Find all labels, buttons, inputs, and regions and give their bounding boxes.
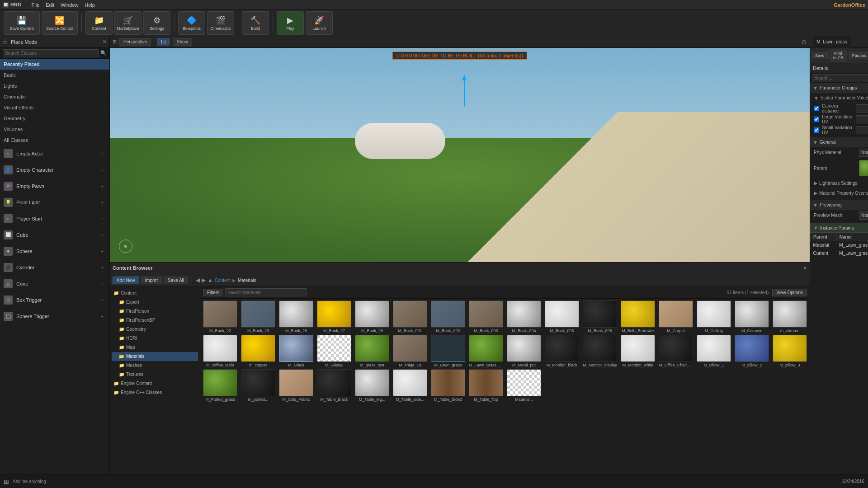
folder-engine-cpp[interactable]: 📁 Engine C++ Classes xyxy=(112,388,198,397)
asset-m-bulb[interactable]: M_Bulb_Emissive xyxy=(620,300,656,333)
place-item-empty-actor[interactable]: ○ Empty Actor + xyxy=(0,145,109,162)
mat-save-button[interactable]: Save xyxy=(812,52,828,59)
asset-m-table-black[interactable]: M_Table_Black xyxy=(316,369,352,402)
asset-m-grass-test[interactable]: M_grass_test xyxy=(354,335,390,367)
asset-m-potted2[interactable]: m_potted... xyxy=(240,369,276,402)
param-large-variation-value[interactable]: 0.2 xyxy=(856,115,868,123)
asset-m-monitor-white[interactable]: M_Monitor_white xyxy=(620,335,656,367)
folder-firstperson[interactable]: 📁 FirstPerson xyxy=(112,307,198,316)
place-item-cylinder[interactable]: ⬛ Cylinder + xyxy=(0,259,109,276)
content-browser-close[interactable]: ✕ xyxy=(803,265,807,271)
place-item-sphere-trigger[interactable]: ◯ Sphere Trigger + xyxy=(0,308,109,324)
up-button[interactable]: ▲ xyxy=(208,277,213,283)
place-item-sphere[interactable]: ● Sphere + xyxy=(0,243,109,259)
cone-add[interactable]: + xyxy=(99,280,106,287)
3d-viewport[interactable]: LIGHTING NEEDS TO BE REBUILT (64 unbuilt… xyxy=(110,48,810,262)
phys-material-select[interactable]: None xyxy=(859,149,868,157)
settings-button[interactable]: ⚙ Settings xyxy=(143,11,170,35)
place-item-point-light[interactable]: 💡 Point Light + xyxy=(0,194,109,211)
scalar-params-header[interactable]: ▼ Scalar Parameter Values xyxy=(810,93,868,103)
param-small-variation-checkbox[interactable] xyxy=(814,127,819,133)
asset-m-potted-grass[interactable]: M_Potted_grass xyxy=(202,369,238,402)
place-item-empty-pawn[interactable]: 👾 Empty Pawn + xyxy=(0,178,109,194)
asset-m-book-005[interactable]: M_Book_005 xyxy=(544,300,580,333)
general-section-header[interactable]: ▼ General xyxy=(810,137,868,147)
asset-m-coffee-table[interactable]: m_coffee_table xyxy=(202,335,238,367)
asset-m-book-23[interactable]: M_Book_23 xyxy=(240,300,276,333)
build-button[interactable]: 🔨 Build xyxy=(242,11,269,35)
menu-file[interactable]: File xyxy=(32,2,40,8)
asset-m-table-top[interactable]: M_Table_Top xyxy=(468,369,504,402)
asset-m-book-27[interactable]: M_Book_27 xyxy=(316,300,352,333)
material-tab-label[interactable]: M_Lawn_grass xyxy=(813,36,851,48)
asset-m-pillow-1[interactable]: M_pillow_1 xyxy=(696,335,732,367)
category-lights[interactable]: Lights xyxy=(0,80,109,91)
asset-m-book-26[interactable]: M_Book_26 xyxy=(278,300,314,333)
asset-m-carpet[interactable]: M_Carpet xyxy=(658,300,694,333)
asset-m-pillow-2[interactable]: M_pillow_2 xyxy=(734,335,770,367)
cube-add[interactable]: + xyxy=(99,231,106,239)
asset-m-book-004[interactable]: M_Book_004 xyxy=(506,300,542,333)
cylinder-add[interactable]: + xyxy=(99,264,106,271)
param-small-variation-value[interactable]: 0.5 xyxy=(856,126,868,134)
asset-m-copper[interactable]: m_copper xyxy=(240,335,276,367)
asset-m-lawn-grass-display[interactable]: M_Lawn_grass_display xyxy=(468,335,504,367)
previewing-header[interactable]: ▼ Previewing xyxy=(810,200,868,210)
breadcrumb-materials[interactable]: Materials xyxy=(238,278,256,283)
sphere-trigger-add[interactable]: + xyxy=(99,313,106,320)
import-button[interactable]: Import xyxy=(141,277,162,284)
material-prop-overrides-header[interactable]: ▶ Material Property Overrs xyxy=(810,188,868,198)
category-visual-effects[interactable]: Visual Effects xyxy=(0,102,109,113)
param-large-variation-checkbox[interactable] xyxy=(814,117,819,122)
back-button[interactable]: ◀ xyxy=(196,277,200,283)
folder-map[interactable]: 📁 Map xyxy=(112,343,198,352)
asset-m-book-002[interactable]: M_Book_002 xyxy=(430,300,466,333)
asset-m-ceiling[interactable]: M_Ceiling xyxy=(696,300,732,333)
place-mode-close[interactable]: ✕ xyxy=(103,39,107,45)
forward-button[interactable]: ▶ xyxy=(202,277,206,283)
folder-textures[interactable]: 📁 Textures xyxy=(112,370,198,379)
mat-params-button[interactable]: Params xyxy=(849,52,868,59)
empty-pawn-add[interactable]: + xyxy=(99,183,106,190)
point-light-add[interactable]: + xyxy=(99,199,106,206)
save-all-button[interactable]: Save All xyxy=(164,277,188,284)
asset-m-book-28[interactable]: M_Book_28 xyxy=(354,300,390,333)
category-volumes[interactable]: Volumes xyxy=(0,124,109,135)
asset-m-lawn-grass[interactable]: M_Lawn_grass xyxy=(430,335,466,367)
asset-m-book-001[interactable]: M_Book_001 xyxy=(392,300,428,333)
breadcrumb-content[interactable]: Content xyxy=(215,278,231,283)
launch-button[interactable]: 🚀 Launch xyxy=(306,11,333,35)
asset-m-book-22[interactable]: M_Book_22 xyxy=(202,300,238,333)
category-recently-placed[interactable]: Recently Placed xyxy=(0,59,109,70)
folder-materials[interactable]: 📂 Materials xyxy=(112,352,198,361)
menu-help[interactable]: Help xyxy=(85,2,95,8)
asset-m-monitor-black[interactable]: M_Monitor_black xyxy=(544,335,580,367)
mat-find-cb-button[interactable]: Find In CB xyxy=(830,50,847,61)
search-classes-input[interactable] xyxy=(3,49,99,57)
place-item-empty-character[interactable]: 👤 Empty Character + xyxy=(0,162,109,178)
empty-actor-add[interactable]: + xyxy=(99,150,106,157)
param-camera-distance-checkbox[interactable] xyxy=(814,106,819,111)
menu-window[interactable]: Window xyxy=(61,2,78,8)
asset-m-book-003[interactable]: M_Book_003 xyxy=(468,300,504,333)
sphere-add[interactable]: + xyxy=(99,248,106,255)
asset-m-glass2[interactable]: M_Glass2 xyxy=(316,335,352,367)
add-new-button[interactable]: Add New xyxy=(113,277,139,284)
category-basic[interactable]: Basic xyxy=(0,70,109,80)
filter-button[interactable]: Filters xyxy=(203,289,223,296)
param-camera-distance-value[interactable]: 1000.0 xyxy=(856,104,868,113)
asset-material[interactable]: Material... xyxy=(506,369,542,402)
box-trigger-add[interactable]: + xyxy=(99,296,106,304)
view-options-button[interactable]: View Options xyxy=(772,289,807,296)
folder-export[interactable]: 📁 Export xyxy=(112,298,198,307)
asset-m-glass[interactable]: M_Glass xyxy=(278,335,314,367)
play-button[interactable]: ▶ Play xyxy=(277,11,304,35)
param-groups-header[interactable]: ▼ Parameter Groups xyxy=(810,83,868,93)
place-item-cone[interactable]: △ Cone + xyxy=(0,276,109,292)
asset-m-table-side2[interactable]: M_Table_Side2 xyxy=(430,369,466,402)
show-button[interactable]: Show xyxy=(173,38,192,46)
folder-content[interactable]: 📁 Content xyxy=(112,289,198,298)
marketplace-button[interactable]: 🛒 Marketplace xyxy=(114,11,142,35)
category-all-classes[interactable]: All Classes xyxy=(0,135,109,145)
perspective-button[interactable]: Perspective xyxy=(119,38,151,46)
